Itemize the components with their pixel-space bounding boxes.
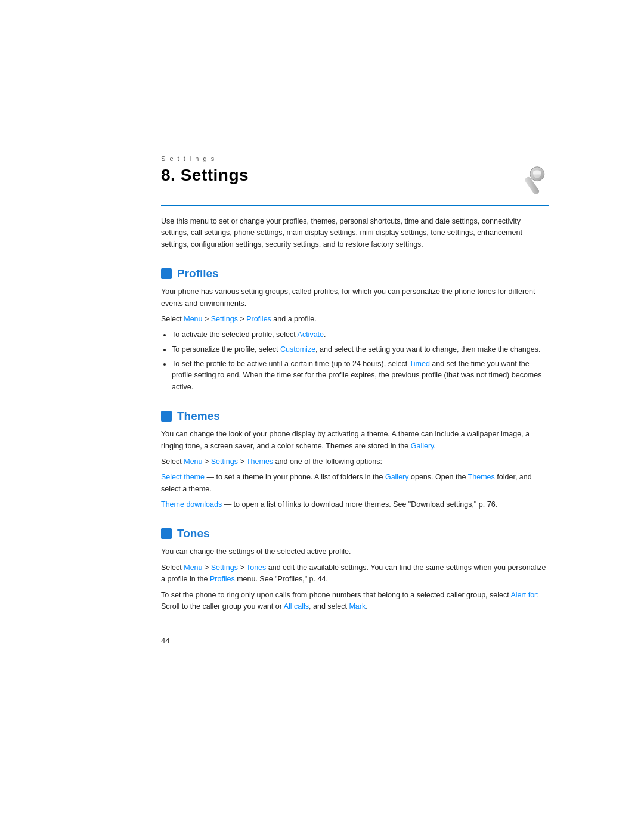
profiles-icon-square bbox=[161, 268, 172, 279]
tones-nav-link[interactable]: Tones bbox=[246, 563, 266, 572]
profiles-bullet-2: To personalize the profile, select Custo… bbox=[172, 344, 549, 355]
alert-for-link[interactable]: Alert for: bbox=[510, 591, 538, 599]
timed-link[interactable]: Timed bbox=[410, 360, 430, 368]
intro-text: Use this menu to set or change your prof… bbox=[161, 216, 549, 250]
select-theme-link[interactable]: Select theme bbox=[161, 473, 205, 481]
svg-rect-3 bbox=[533, 171, 541, 175]
all-calls-link[interactable]: All calls bbox=[284, 602, 309, 611]
themes-downloads-line: Theme downloads — to open a list of link… bbox=[161, 499, 549, 510]
profiles-bullet-1: To activate the selected profile, select… bbox=[172, 329, 549, 340]
themes-folder-link[interactable]: Themes bbox=[468, 473, 495, 481]
chapter-title: 8. Settings bbox=[161, 166, 249, 185]
settings-link-profiles[interactable]: Settings bbox=[211, 315, 238, 323]
menu-link-profiles[interactable]: Menu bbox=[184, 315, 202, 323]
page: S e t t i n g s 8. Settings bbox=[0, 0, 644, 833]
chapter-number: 8. bbox=[161, 166, 175, 184]
tones-para1: You can change the settings of the selec… bbox=[161, 546, 549, 558]
profiles-para1: Your phone has various setting groups, c… bbox=[161, 286, 549, 309]
chapter-title-text: Settings bbox=[181, 166, 249, 184]
theme-downloads-link[interactable]: Theme downloads bbox=[161, 500, 222, 509]
wrench-icon bbox=[518, 166, 549, 202]
tones-alert-para: To set the phone to ring only upon calls… bbox=[161, 590, 549, 613]
tones-icon-square bbox=[161, 528, 172, 539]
page-number: 44 bbox=[161, 636, 549, 645]
themes-select-line: Select Menu > Settings > Themes and one … bbox=[161, 456, 549, 467]
section-label: S e t t i n g s bbox=[161, 155, 549, 162]
profiles-menu-link[interactable]: Profiles bbox=[210, 575, 235, 583]
themes-select-theme-line: Select theme — to set a theme in your ph… bbox=[161, 472, 549, 495]
themes-icon-square bbox=[161, 411, 172, 422]
mark-link[interactable]: Mark bbox=[349, 602, 366, 611]
tones-title: Tones bbox=[177, 527, 210, 540]
profiles-link-nav[interactable]: Profiles bbox=[246, 315, 271, 323]
gallery-link-select-theme[interactable]: Gallery bbox=[385, 473, 409, 481]
customize-link[interactable]: Customize bbox=[280, 345, 315, 354]
profiles-title: Profiles bbox=[177, 267, 219, 280]
profiles-bullet-list: To activate the selected profile, select… bbox=[172, 329, 549, 393]
content-area: S e t t i n g s 8. Settings bbox=[161, 0, 549, 693]
gallery-link-themes-para[interactable]: Gallery bbox=[411, 442, 434, 450]
menu-link-themes[interactable]: Menu bbox=[184, 457, 202, 466]
chapter-header: 8. Settings bbox=[161, 166, 549, 206]
tones-section-heading: Tones bbox=[161, 527, 549, 540]
themes-nav-link[interactable]: Themes bbox=[246, 457, 273, 466]
themes-title: Themes bbox=[177, 410, 220, 423]
themes-section-heading: Themes bbox=[161, 410, 549, 423]
settings-link-tones[interactable]: Settings bbox=[211, 563, 238, 572]
settings-link-themes[interactable]: Settings bbox=[211, 457, 238, 466]
themes-para1: You can change the look of your phone di… bbox=[161, 429, 549, 452]
activate-link[interactable]: Activate bbox=[298, 330, 324, 339]
profiles-section-heading: Profiles bbox=[161, 267, 549, 280]
tones-select-line: Select Menu > Settings > Tones and edit … bbox=[161, 562, 549, 586]
menu-link-tones[interactable]: Menu bbox=[184, 563, 202, 572]
profiles-select-line: Select Menu > Settings > Profiles and a … bbox=[161, 314, 549, 325]
profiles-bullet-3: To set the profile to be active until a … bbox=[172, 358, 549, 393]
